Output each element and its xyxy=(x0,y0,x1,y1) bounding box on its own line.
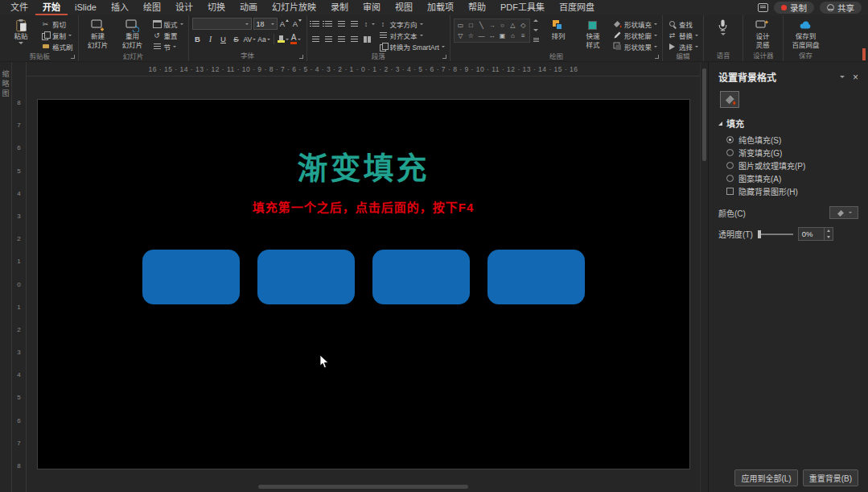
shape-gallery-item[interactable]: ☆ xyxy=(466,31,476,41)
spinner-arrows[interactable] xyxy=(824,228,833,240)
menu-tab-录制[interactable]: 录制 xyxy=(323,0,356,15)
checkbox-control[interactable] xyxy=(726,188,734,195)
columns-button[interactable] xyxy=(362,33,373,45)
decrease-indent-button[interactable] xyxy=(336,18,348,30)
quick-styles-button[interactable]: 快速 样式 xyxy=(577,17,609,49)
find-button[interactable]: 查找 xyxy=(666,19,700,29)
bold-button[interactable]: B xyxy=(192,33,204,45)
shape-gallery-item[interactable]: — xyxy=(476,31,487,41)
shape-gallery-item[interactable]: △ xyxy=(508,20,518,31)
radio-control[interactable] xyxy=(726,162,734,169)
fill-type-option[interactable]: 纯色填充(S) xyxy=(726,135,858,144)
section-button[interactable]: 节 xyxy=(151,41,185,52)
italic-button[interactable]: I xyxy=(205,33,216,45)
align-center-button[interactable] xyxy=(323,33,335,45)
radio-control[interactable] xyxy=(726,136,734,143)
align-left-button[interactable] xyxy=(311,33,322,45)
menu-tab-文件[interactable]: 文件 xyxy=(3,0,35,15)
reset-button[interactable]: 重置 xyxy=(151,30,185,40)
menu-tab-绘图[interactable]: 绘图 xyxy=(136,0,168,15)
menu-tab-视图[interactable]: 视图 xyxy=(388,0,420,15)
shape-gallery-item[interactable]: ○ xyxy=(497,20,508,31)
text-highlight-button[interactable] xyxy=(278,33,289,45)
strikethrough-button[interactable]: S xyxy=(231,33,242,45)
menu-tab-幻灯片放映[interactable]: 幻灯片放映 xyxy=(265,0,323,15)
dialog-launcher-icon[interactable] xyxy=(71,55,75,59)
grow-font-button[interactable]: A xyxy=(279,18,290,30)
menu-tab-动画[interactable]: 动画 xyxy=(232,0,265,15)
menu-tab-加载项[interactable]: 加载项 xyxy=(420,0,461,15)
shape-gallery-item[interactable]: ▽ xyxy=(455,31,466,41)
collapsed-thumbnail-pane[interactable]: 缩略图 xyxy=(0,62,12,492)
replace-button[interactable]: 替换 xyxy=(666,30,700,40)
fill-type-option[interactable]: 渐变填充(G) xyxy=(726,148,858,157)
gallery-more-icon[interactable] xyxy=(533,38,539,42)
dictate-button[interactable] xyxy=(707,17,739,35)
slide-subtitle-text[interactable]: 填充第一个之后，点击后面的，按下F4 xyxy=(38,198,689,215)
slide-rounded-rectangle[interactable] xyxy=(142,250,240,304)
slide-canvas[interactable]: 渐变填充 填充第一个之后，点击后面的，按下F4 xyxy=(27,76,700,492)
shape-gallery-item[interactable]: → xyxy=(487,20,497,31)
fill-type-option[interactable]: 图案填充(A) xyxy=(726,174,858,183)
panel-close-icon[interactable]: × xyxy=(853,72,858,82)
reset-background-button[interactable]: 重置背景(B) xyxy=(803,469,858,486)
layout-button[interactable]: 版式 xyxy=(151,19,185,29)
menu-tab-帮助[interactable]: 帮助 xyxy=(461,0,493,15)
shape-gallery-item[interactable]: ⌂ xyxy=(508,31,518,41)
gallery-up-icon[interactable] xyxy=(533,19,538,22)
menu-tab-PDF工具集[interactable]: PDF工具集 xyxy=(493,0,552,15)
menu-tab-审阅[interactable]: 审阅 xyxy=(356,0,388,15)
design-ideas-button[interactable]: 设计 灵感 xyxy=(747,17,779,49)
spinner-down-icon[interactable] xyxy=(827,236,830,238)
spinner-up-icon[interactable] xyxy=(827,229,830,232)
menu-tab-插入[interactable]: 插入 xyxy=(104,0,136,15)
dialog-launcher-icon[interactable] xyxy=(299,55,303,59)
comments-icon[interactable] xyxy=(758,3,768,12)
copy-button[interactable]: 复制 xyxy=(39,30,75,40)
dialog-launcher-icon[interactable] xyxy=(442,55,446,59)
shape-outline-button[interactable]: 形状轮廓 xyxy=(611,30,659,40)
dialog-launcher-icon[interactable] xyxy=(655,55,659,59)
cut-button[interactable]: 剪切 xyxy=(39,19,75,29)
gallery-down-icon[interactable] xyxy=(533,29,538,31)
shape-gallery-item[interactable]: ▣ xyxy=(497,31,508,41)
convert-smartart-button[interactable]: 转换为 SmartArt xyxy=(377,41,446,52)
apply-to-all-button[interactable]: 应用到全部(L) xyxy=(734,469,797,486)
paste-button[interactable]: 粘贴 xyxy=(5,17,37,44)
justify-button[interactable] xyxy=(349,33,360,45)
fill-section-header[interactable]: 填充 xyxy=(718,117,858,130)
fill-color-dropdown[interactable] xyxy=(829,206,858,219)
reuse-slide-button[interactable]: 重用 幻灯片 xyxy=(117,17,149,49)
slide[interactable]: 渐变填充 填充第一个之后，点击后面的，按下F4 xyxy=(37,99,690,469)
slide-title-text[interactable]: 渐变填充 xyxy=(38,143,689,188)
align-text-button[interactable]: 对齐文本 xyxy=(377,30,446,40)
slide-rounded-rectangle[interactable] xyxy=(487,250,585,304)
transparency-spinner[interactable]: 0% xyxy=(798,227,833,241)
select-button[interactable]: 选择 xyxy=(666,41,700,52)
hide-background-option[interactable]: 隐藏背景图形(H) xyxy=(726,187,858,196)
horizontal-scrollbar[interactable] xyxy=(36,484,690,490)
text-direction-button[interactable]: 文字方向 xyxy=(377,19,446,29)
font-size-combobox[interactable]: 18 xyxy=(253,18,278,30)
underline-button[interactable]: U xyxy=(218,33,229,45)
menu-tab-百度网盘[interactable]: 百度网盘 xyxy=(552,0,602,15)
shape-gallery-item[interactable]: ↔ xyxy=(487,31,497,41)
shape-gallery-item[interactable]: ◇ xyxy=(518,20,529,31)
share-button[interactable]: 共享 xyxy=(820,2,862,14)
format-painter-button[interactable]: 格式刷 xyxy=(39,41,75,52)
shape-gallery-item[interactable]: ▭ xyxy=(455,20,466,31)
character-spacing-button[interactable]: AV xyxy=(244,33,257,45)
slide-rounded-rectangle[interactable] xyxy=(372,250,470,304)
save-to-baidu-button[interactable]: 保存到 百度网盘 xyxy=(787,17,824,49)
slide-rounded-rectangle[interactable] xyxy=(257,250,355,304)
font-color-button[interactable]: A xyxy=(290,33,302,45)
shape-gallery-item[interactable]: □ xyxy=(466,20,476,31)
change-case-button[interactable]: Aa xyxy=(257,33,269,45)
radio-control[interactable] xyxy=(726,149,734,156)
shape-effects-button[interactable]: 形状效果 xyxy=(611,41,659,52)
transparency-slider[interactable] xyxy=(758,234,793,235)
align-right-button[interactable] xyxy=(336,33,348,45)
new-slide-button[interactable]: 新建 幻灯片 xyxy=(82,17,114,49)
record-button[interactable]: 录制 xyxy=(774,2,814,14)
panel-chevron-down-icon[interactable] xyxy=(840,76,845,78)
